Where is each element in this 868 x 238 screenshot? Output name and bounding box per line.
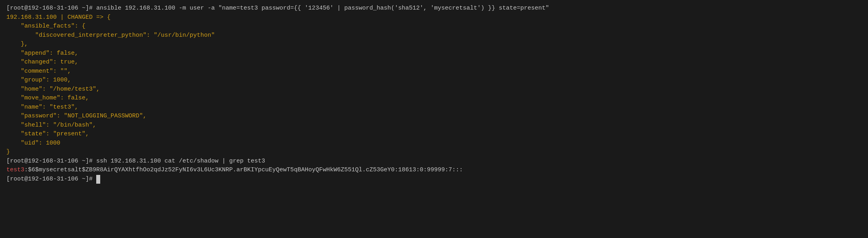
line-password: "password": "NOT_LOGGING_PASSWORD", bbox=[6, 112, 862, 121]
terminal-text-part: CHANGED bbox=[67, 14, 93, 21]
line-interpreter: "discovered_interpreter_python": "/usr/b… bbox=[6, 31, 862, 40]
line-changed: "changed": true, bbox=[6, 58, 862, 67]
terminal-text-part: }, bbox=[6, 41, 28, 48]
line-command-2: [root@192-168-31-106 ~]# ssh 192.168.31.… bbox=[6, 157, 862, 166]
line-changed-header: 192.168.31.100 | CHANGED => { bbox=[6, 13, 862, 22]
terminal-text-part: "ansible_facts": { bbox=[6, 23, 85, 30]
line-move-home: "move_home": false, bbox=[6, 94, 862, 103]
terminal-text-part: "shell": "/bin/bash", bbox=[6, 122, 96, 129]
line-command-1: [root@192-168-31-106 ~]# ansible 192.168… bbox=[6, 4, 862, 13]
line-shadow: test3:$6$mysecretsalt$ZB9R8AirQYAXhtfhOo… bbox=[6, 166, 862, 175]
terminal-text-part: "password": "NOT_LOGGING_PASSWORD", bbox=[6, 113, 147, 119]
line-state: "state": "present", bbox=[6, 130, 862, 139]
line-append: "append": false, bbox=[6, 49, 862, 58]
line-home: "home": "/home/test3", bbox=[6, 85, 862, 94]
terminal-text-part: } bbox=[6, 149, 10, 155]
terminal-text-part: "changed": true, bbox=[6, 59, 78, 65]
terminal-text-part: "name": "test3", bbox=[6, 104, 78, 111]
line-name: "name": "test3", bbox=[6, 103, 862, 112]
line-group: "group": 1000, bbox=[6, 76, 862, 85]
terminal-text-part: 192.168.31.100 | bbox=[6, 14, 67, 21]
terminal-text-part: "home": "/home/test3", bbox=[6, 86, 100, 93]
terminal-text-part: "uid": 1000 bbox=[6, 140, 60, 147]
line-ansible-facts: "ansible_facts": { bbox=[6, 22, 862, 31]
line-close-facts: }, bbox=[6, 40, 862, 49]
terminal-text-part: "discovered_interpreter_python": "/usr/b… bbox=[6, 32, 215, 39]
terminal-text-part: "group": 1000, bbox=[6, 77, 71, 83]
terminal-text-part: "state": "present", bbox=[6, 131, 89, 137]
cursor-block bbox=[96, 175, 100, 184]
terminal-text-part: => { bbox=[93, 14, 111, 21]
terminal-text-part: :$6$mysecretsalt$ZB9R8AirQYAXhtfhOo2qdJz… bbox=[24, 167, 463, 173]
line-final-prompt: [root@192-168-31-106 ~]# bbox=[6, 175, 862, 184]
terminal-text-part: [root@192-168-31-106 ~]# ssh 192.168.31.… bbox=[6, 158, 265, 165]
terminal-text-part: test3 bbox=[6, 167, 24, 173]
terminal-text-part: [root@192-168-31-106 ~]# bbox=[6, 176, 96, 182]
line-uid: "uid": 1000 bbox=[6, 139, 862, 148]
terminal-text-part: "comment": "", bbox=[6, 68, 71, 75]
terminal-text-part: "move_home": false, bbox=[6, 95, 89, 101]
terminal-window: [root@192-168-31-106 ~]# ansible 192.168… bbox=[6, 4, 862, 184]
line-comment: "comment": "", bbox=[6, 67, 862, 76]
terminal-text-part: [root@192-168-31-106 ~]# ansible 192.168… bbox=[6, 5, 549, 12]
line-shell: "shell": "/bin/bash", bbox=[6, 121, 862, 130]
line-close-brace: } bbox=[6, 148, 862, 157]
terminal-text-part: "append": false, bbox=[6, 50, 78, 57]
